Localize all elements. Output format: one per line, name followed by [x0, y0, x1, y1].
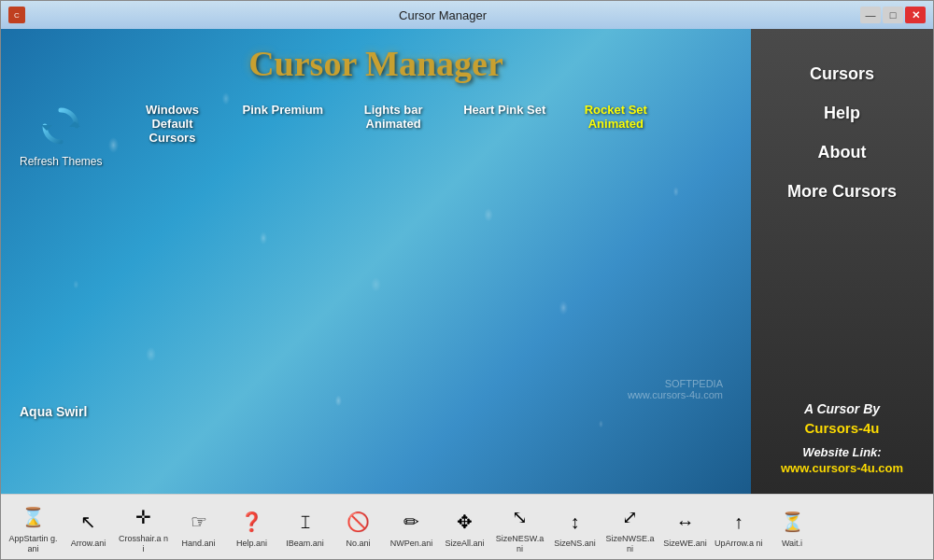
- theme-heart-pink[interactable]: Heart Pink Set: [463, 103, 545, 117]
- cursor-filename: SizeNS.ani: [554, 539, 596, 549]
- cursor-filename: Help.ani: [236, 539, 267, 549]
- watermark-line1: SOFTPEDIA: [628, 378, 723, 389]
- cursor-item[interactable]: ❓Help.ani: [226, 501, 277, 553]
- cursor-filename: AppStartin g.ani: [7, 534, 59, 554]
- close-button[interactable]: ✕: [905, 7, 926, 23]
- cursor-item[interactable]: ✛Crosshair.a ni: [116, 497, 171, 558]
- theme-label: Rocket Set Animated: [573, 103, 658, 131]
- cursor-item[interactable]: 🚫No.ani: [333, 501, 384, 553]
- svg-text:C: C: [14, 11, 20, 20]
- cursor-preview-icon: ✥: [448, 505, 482, 539]
- cursor-filename: Hand.ani: [181, 539, 215, 549]
- theme-label: Pink Premium: [242, 103, 323, 117]
- title-bar: C Cursor Manager — □ ✕: [1, 1, 933, 29]
- aqua-swirl-theme[interactable]: Aqua Swirl: [20, 404, 87, 419]
- cursor-filename: No.ani: [346, 539, 370, 549]
- cursor-filename: Arrow.ani: [71, 539, 106, 549]
- cursor-item[interactable]: ☞Hand.ani: [173, 501, 224, 553]
- right-footer: A Cursor By Cursors-4u Website Link: www…: [781, 401, 903, 475]
- cursor-preview-icon: ↑: [722, 505, 756, 539]
- nav-items: Cursors Help About More Cursors: [760, 57, 924, 209]
- window-controls: — □ ✕: [860, 7, 926, 23]
- cursor-filename: UpArrow.a ni: [715, 539, 763, 549]
- cursor-preview-icon: ↖: [72, 505, 106, 539]
- cursor-item[interactable]: ⏳Wait.i: [767, 501, 818, 553]
- window-title: Cursor Manager: [25, 8, 860, 22]
- app-window: C Cursor Manager — □ ✕ Cursor Manager: [0, 0, 934, 560]
- watermark-line2: www.cursors-4u.com: [628, 389, 723, 400]
- cursor-preview-icon: ❓: [235, 505, 269, 539]
- cursor-item[interactable]: 𝙸IBeam.ani: [279, 501, 331, 553]
- theme-lights-bar[interactable]: Lights bar Animated: [351, 103, 435, 131]
- cursor-filename: IBeam.ani: [286, 539, 324, 549]
- cursor-item[interactable]: ✥SizeAll.ani: [439, 501, 490, 553]
- cursor-preview-icon: ⤢: [614, 500, 647, 534]
- minimize-button[interactable]: —: [860, 7, 881, 23]
- cursor-preview-icon: ✏: [395, 505, 429, 539]
- themes-area: Refresh Themes Windows Default Cursors P…: [1, 93, 751, 177]
- watermark: SOFTPEDIA www.cursors-4u.com: [628, 378, 723, 400]
- cursor-item[interactable]: ⌛AppStartin g.ani: [6, 497, 61, 558]
- refresh-icon: [37, 103, 84, 149]
- cursor-filename: SizeWE.ani: [663, 539, 707, 549]
- cursor-item[interactable]: ↕SizeNS.ani: [549, 501, 601, 553]
- theme-label: Lights bar Animated: [351, 103, 435, 131]
- footer-url[interactable]: www.cursors-4u.com: [781, 461, 903, 475]
- cursor-preview-icon: ↕: [559, 505, 592, 539]
- cursor-item[interactable]: ↑UpArrow.a ni: [713, 501, 765, 553]
- app-icon: C: [8, 7, 25, 23]
- nav-help[interactable]: Help: [760, 96, 924, 131]
- cursor-filename: Wait.i: [782, 539, 802, 549]
- cursor-preview-icon: ⏳: [775, 505, 809, 539]
- footer-brand[interactable]: Cursors-4u: [781, 420, 903, 436]
- cursor-item[interactable]: ↖Arrow.ani: [63, 501, 114, 553]
- cursor-preview-icon: ✛: [127, 500, 161, 534]
- cursor-filename: SizeNESW.a ni: [494, 534, 545, 554]
- footer-website-label: Website Link:: [781, 445, 903, 459]
- maximize-button[interactable]: □: [883, 7, 903, 23]
- theme-label: Windows Default Cursors: [130, 103, 214, 145]
- cursor-filename: NWPen.ani: [390, 539, 433, 549]
- main-content: Cursor Manager: [1, 29, 933, 494]
- cursor-item[interactable]: ⤢SizeNWSE.a ni: [602, 497, 658, 558]
- cursor-preview-icon: ↔: [669, 505, 702, 539]
- footer-prefix: A Cursor By: [781, 401, 903, 416]
- cursor-preview-icon: ⤡: [503, 500, 537, 534]
- cursor-item[interactable]: ⤡SizeNESW.a ni: [492, 497, 547, 558]
- nav-more-cursors[interactable]: More Cursors: [760, 175, 924, 209]
- theme-windows-default[interactable]: Windows Default Cursors: [130, 103, 214, 145]
- app-title: Cursor Manager: [1, 29, 751, 93]
- bottom-bar: ⌛AppStartin g.ani↖Arrow.ani✛Crosshair.a …: [1, 494, 933, 559]
- nav-cursors[interactable]: Cursors: [760, 57, 924, 91]
- cursor-preview-icon: ⌛: [17, 500, 50, 534]
- theme-label: Heart Pink Set: [463, 103, 545, 117]
- cursor-preview-icon: 🚫: [342, 505, 375, 539]
- theme-pink-premium[interactable]: Pink Premium: [242, 103, 323, 117]
- cursor-item[interactable]: ↔SizeWE.ani: [659, 501, 711, 553]
- cursor-filename: SizeAll.ani: [445, 539, 484, 549]
- right-panel: Cursors Help About More Cursors A Cursor…: [751, 29, 933, 494]
- nav-about[interactable]: About: [760, 135, 924, 170]
- refresh-label: Refresh Themes: [20, 155, 102, 168]
- refresh-themes-button[interactable]: Refresh Themes: [20, 103, 102, 168]
- left-panel: Cursor Manager: [1, 29, 751, 494]
- cursor-preview-icon: ☞: [182, 505, 216, 539]
- cursor-item[interactable]: ✏NWPen.ani: [386, 501, 437, 553]
- cursor-filename: SizeNWSE.a ni: [604, 534, 656, 554]
- theme-rocket-set[interactable]: Rocket Set Animated: [573, 103, 658, 131]
- aqua-swirl-label: Aqua Swirl: [20, 404, 87, 419]
- cursor-filename: Crosshair.a ni: [118, 534, 169, 554]
- cursor-preview-icon: 𝙸: [289, 505, 322, 539]
